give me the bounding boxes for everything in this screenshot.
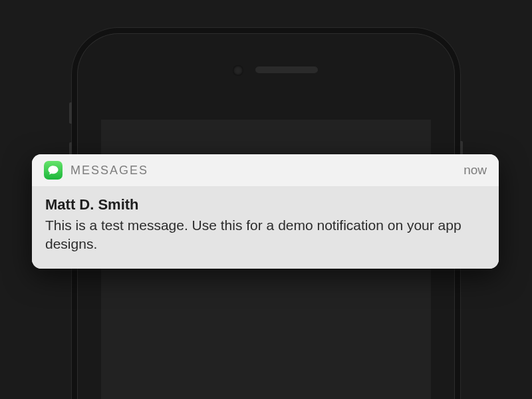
notification-message: This is a test message. Use this for a d… bbox=[45, 216, 485, 254]
phone-camera bbox=[233, 65, 243, 76]
phone-speaker bbox=[255, 66, 318, 73]
notification-banner[interactable]: MESSAGES now Matt D. Smith This is a tes… bbox=[32, 154, 499, 269]
notification-timestamp: now bbox=[464, 163, 487, 178]
notification-header: MESSAGES now bbox=[32, 154, 499, 187]
phone-mute-switch bbox=[69, 102, 72, 124]
messages-icon bbox=[44, 161, 63, 180]
notification-app-name: MESSAGES bbox=[70, 164, 464, 178]
notification-sender: Matt D. Smith bbox=[45, 196, 485, 213]
notification-body: Matt D. Smith This is a test message. Us… bbox=[32, 187, 499, 269]
